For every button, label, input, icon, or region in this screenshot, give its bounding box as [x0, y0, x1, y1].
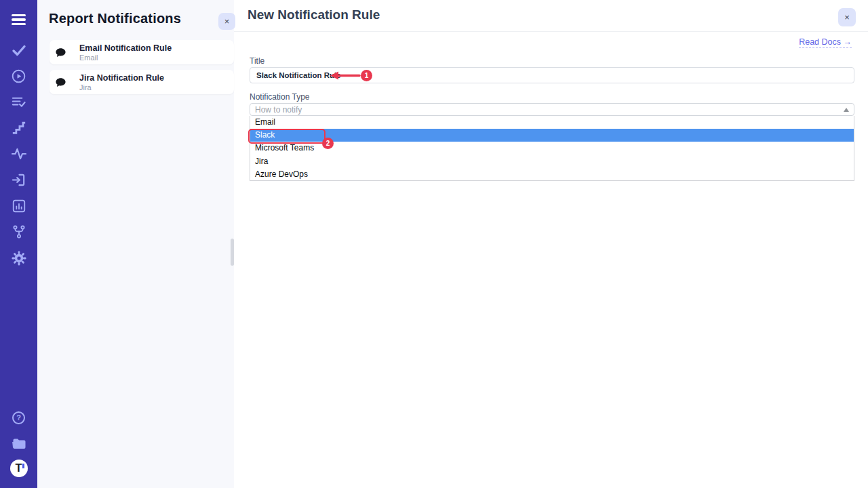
sidebar-item-branches[interactable] — [0, 222, 37, 241]
git-fork-icon — [12, 224, 26, 239]
panel-close-button[interactable]: × — [218, 13, 235, 30]
chat-bubble-icon — [55, 77, 66, 88]
sidebar-rail: ? T — [0, 0, 37, 488]
select-placeholder: How to notify — [255, 105, 302, 115]
report-notifications-panel: Report Notifications × Email Notificatio… — [37, 0, 234, 488]
option-slack[interactable]: Slack — [250, 129, 854, 142]
activity-icon — [11, 146, 27, 162]
help-icon: ? — [12, 411, 25, 424]
main-close-button[interactable]: × — [838, 8, 856, 26]
menu-button[interactable] — [0, 11, 37, 28]
sidebar-item-reports[interactable] — [0, 197, 37, 216]
annotation-arrow-left-icon — [330, 70, 361, 81]
sidebar-item-runs[interactable] — [0, 66, 37, 85]
option-email[interactable]: Email — [250, 116, 854, 129]
type-field-label: Notification Type — [250, 92, 310, 102]
gear-icon — [11, 250, 27, 266]
sidebar-item-import[interactable] — [0, 170, 37, 189]
rule-title: Email Notification Rule — [79, 43, 172, 53]
read-docs-link[interactable]: Read Docs → — [799, 37, 852, 48]
list-check-icon — [11, 94, 26, 110]
rule-subtitle: Email — [79, 54, 98, 62]
sidebar-item-help[interactable]: ? — [0, 408, 37, 427]
select-arrow-icon — [844, 108, 849, 112]
panel-scrollbar[interactable] — [231, 239, 234, 266]
check-icon — [11, 42, 27, 58]
option-microsoft-teams[interactable]: Microsoft Teams — [250, 142, 854, 155]
option-jira[interactable]: Jira — [250, 155, 854, 168]
play-circle-icon — [11, 68, 26, 84]
chat-bubble-icon — [55, 47, 66, 58]
sidebar-item-settings[interactable] — [0, 249, 37, 268]
menu-icon — [12, 14, 26, 26]
sidebar-item-milestones[interactable] — [0, 119, 37, 138]
sign-in-icon — [11, 172, 26, 188]
notification-type-select[interactable]: How to notify — [250, 103, 854, 116]
annotation-step-2-badge: 2 — [322, 138, 334, 149]
option-azure-devops[interactable]: Azure DevOps — [250, 168, 854, 181]
sidebar-item-account[interactable]: T — [0, 459, 37, 478]
list-item-email-rule[interactable]: Email Notification Rule Email — [50, 40, 234, 64]
folder-icon — [11, 435, 27, 451]
page-title: New Notification Rule — [248, 7, 380, 22]
t-logo: T — [10, 460, 28, 477]
close-icon: × — [224, 16, 230, 26]
annotation-step-1-badge: 1 — [361, 70, 372, 81]
sidebar-item-plans[interactable] — [0, 92, 37, 111]
title-field-label: Title — [250, 56, 264, 66]
annotation-highlight-rect — [248, 129, 326, 144]
bar-chart-icon — [12, 199, 26, 214]
sidebar-item-projects[interactable] — [0, 434, 37, 453]
rule-title: Jira Notification Rule — [79, 73, 164, 83]
panel-title: Report Notifications — [49, 11, 181, 26]
notification-type-options: Email Slack Microsoft Teams Jira Azure D… — [250, 116, 854, 181]
steps-icon — [12, 121, 26, 136]
close-icon: × — [844, 12, 850, 22]
list-item-jira-rule[interactable]: Jira Notification Rule Jira — [50, 70, 234, 94]
main-header: New Notification Rule × — [234, 0, 868, 32]
main-content: New Notification Rule × Read Docs → Titl… — [234, 0, 868, 488]
rule-subtitle: Jira — [79, 83, 92, 92]
sidebar-item-analytics[interactable] — [0, 144, 37, 163]
sidebar-item-tests[interactable] — [0, 41, 37, 60]
